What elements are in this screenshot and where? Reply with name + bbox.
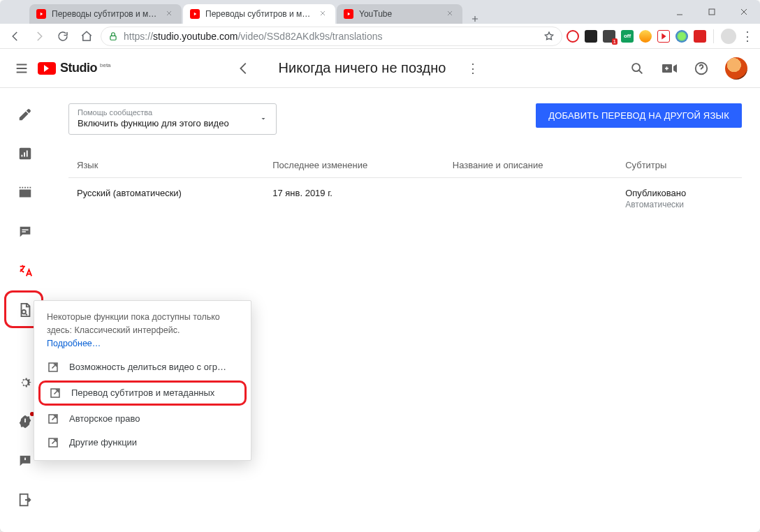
studio-header: Studio beta Никогда ничего не поздно ⋮ [0,49,760,88]
chevron-down-icon [259,114,268,123]
svg-rect-3 [709,9,715,15]
menu-button[interactable] [13,59,31,77]
flyout-item-label: Авторское право [69,413,140,424]
dropdown-label: Помощь сообщества [78,108,252,117]
address-bar[interactable]: https://studio.youtube.com/video/SSd82AK… [101,27,562,46]
extension-icon[interactable] [694,30,706,43]
extension-icons: 1 off [567,30,706,43]
window-close-button[interactable] [728,0,760,24]
cell-language: Русский (автоматически) [68,178,264,220]
flyout-item-translations[interactable]: Перевод субтитров и метаданных [38,380,247,406]
lock-icon [108,31,118,41]
external-link-icon [49,387,61,399]
channel-avatar[interactable] [725,57,747,80]
window-minimize-button[interactable] [664,0,696,24]
add-translation-button[interactable]: ДОБАВИТЬ ПЕРЕВОД НА ДРУГОЙ ЯЗЫК [536,103,742,128]
svg-point-9 [22,310,26,314]
youtube-icon [190,9,200,19]
extension-icon[interactable] [639,30,652,43]
extension-icon[interactable] [585,30,597,43]
subtitle-status-note: Автоматически [625,200,733,209]
extension-icon[interactable]: 1 [603,30,615,43]
external-link-icon [47,361,59,374]
close-icon[interactable] [319,9,328,19]
community-help-dropdown[interactable]: Помощь сообщества Включить функцию для э… [68,103,277,135]
address-bar-url: https://studio.youtube.com/video/SSd82AK… [124,31,538,42]
tab-label: YouTube [359,9,440,19]
flyout-item-other[interactable]: Другие функции [34,431,251,455]
sidebar-item-details[interactable] [11,101,39,128]
browser-titlebar: Переводы субтитров и метадан Переводы су… [0,0,760,24]
create-button[interactable] [661,60,678,77]
youtube-icon [36,9,46,19]
browser-menu-button[interactable]: ⋮ [740,30,754,43]
sidebar-item-comments[interactable] [11,218,39,246]
flyout-item-sharing[interactable]: Возможность делиться видео с огр… [34,355,251,379]
subtitle-status: Опубликовано [625,188,733,198]
nav-back-button[interactable] [6,27,25,46]
cell-subtitles: Опубликовано Автоматически [617,178,742,220]
browser-tab[interactable]: Переводы субтитров и метадан [29,4,182,24]
separator [713,29,714,43]
nav-forward-button[interactable] [29,27,49,46]
new-tab-button[interactable] [465,14,485,24]
flyout-item-label: Возможность делиться видео с огр… [69,362,226,372]
bookmark-icon[interactable] [543,31,555,42]
close-icon[interactable] [446,9,455,19]
extension-icon[interactable] [567,30,579,43]
dropdown-value: Включить функцию для этого видео [78,118,252,128]
extension-icon[interactable] [657,30,670,43]
browser-tab[interactable]: YouTube [337,4,462,24]
profile-avatar-button[interactable] [721,29,736,44]
flyout-description: Некоторые функции пока доступны только з… [34,311,251,337]
logo-text: Studio [60,61,97,75]
cell-title-desc [444,178,617,220]
tab-label: Переводы субтитров и метадан [52,9,159,19]
close-icon[interactable] [165,9,175,19]
sidebar-item-classic[interactable] [11,486,39,514]
browser-toolbar: https://studio.youtube.com/video/SSd82AK… [0,24,760,49]
svg-rect-4 [110,36,116,40]
youtube-icon [38,62,56,75]
logo-beta-tag: beta [100,62,111,68]
nav-reload-button[interactable] [53,27,73,46]
search-button[interactable] [629,60,645,77]
flyout-item-label: Перевод субтитров и метаданных [71,387,214,398]
external-link-icon [47,413,59,425]
sidebar-item-editor[interactable] [11,179,39,207]
page-title: Никогда ничего не поздно [279,60,446,76]
column-header-title-desc: Название и описание [444,153,617,178]
sidebar-item-analytics[interactable] [11,140,39,168]
extension-icon[interactable]: off [621,30,634,43]
sidebar-item-translations[interactable] [11,257,39,285]
page-back-button[interactable] [230,61,258,76]
table-row[interactable]: Русский (автоматически) 17 янв. 2019 г. … [68,178,742,220]
youtube-icon [344,9,353,19]
column-header-language: Язык [68,153,264,178]
help-button[interactable] [693,60,710,77]
window-controls [664,0,760,24]
nav-home-button[interactable] [77,27,96,46]
external-link-icon [47,436,59,449]
column-header-subtitles: Субтитры [617,153,742,178]
studio-logo[interactable]: Studio beta [38,61,111,75]
other-features-flyout: Некоторые функции пока доступны только з… [34,300,251,461]
flyout-item-copyright[interactable]: Авторское право [34,407,251,431]
tab-label: Переводы субтитров и метадан [205,9,313,19]
translations-table: Язык Последнее изменение Название и опис… [68,153,742,219]
flyout-more-link[interactable]: Подробнее… [34,337,251,355]
svg-point-5 [632,64,640,71]
page-options-button[interactable]: ⋮ [464,58,482,79]
extension-icon[interactable] [675,30,688,43]
window-maximize-button[interactable] [696,0,728,24]
column-header-modified: Последнее изменение [264,153,444,178]
flyout-item-label: Другие функции [69,437,137,448]
cell-modified: 17 янв. 2019 г. [264,178,444,220]
browser-tab[interactable]: Переводы субтитров и метадан [183,4,335,24]
